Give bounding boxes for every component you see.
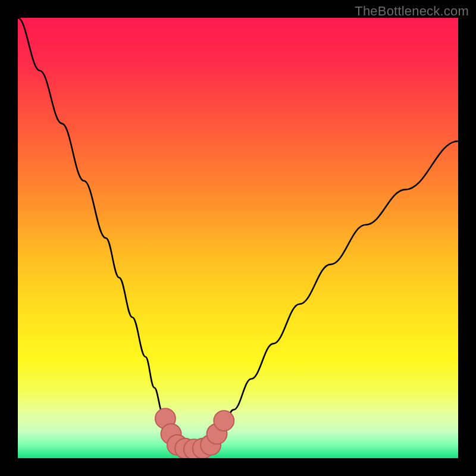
valley-markers	[155, 408, 234, 458]
curve-layer	[18, 18, 458, 458]
plot-area	[18, 18, 458, 458]
curve-right-branch	[212, 141, 458, 445]
curve-left-branch	[18, 18, 176, 445]
valley-marker	[214, 411, 234, 431]
watermark-text: TheBottleneck.com	[355, 4, 469, 19]
chart-frame: TheBottleneck.com	[0, 0, 476, 476]
